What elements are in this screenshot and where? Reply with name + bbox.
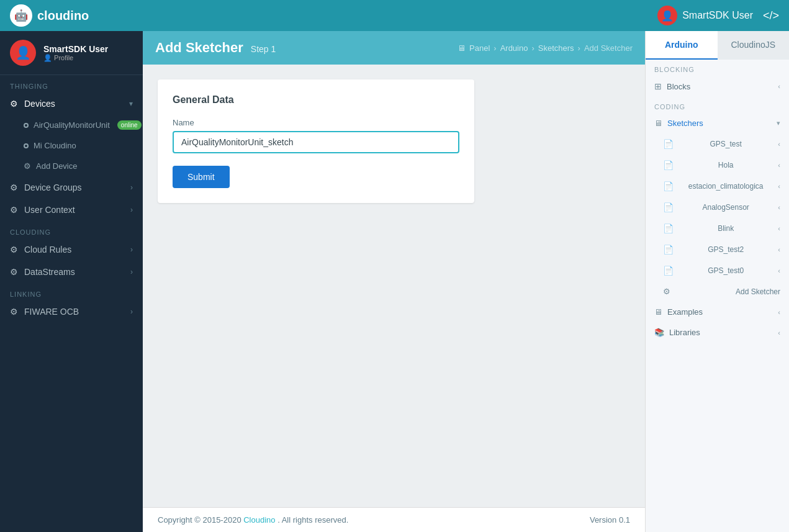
section-blocking: BLOCKING	[646, 60, 789, 76]
right-item-examples[interactable]: 🖥 Examples ‹	[646, 302, 789, 322]
air-quality-label: AirQualityMonitorUnit	[34, 120, 110, 130]
content-body: General Data Name Submit	[143, 65, 645, 507]
datastreams-chevron: ›	[130, 268, 133, 276]
add-device-label: Add Device	[36, 161, 77, 171]
name-input[interactable]	[173, 131, 459, 153]
breadcrumb-panel[interactable]: Panel	[469, 43, 490, 53]
code-icon[interactable]: </>	[763, 9, 779, 22]
right-subitem-blink[interactable]: 📄 Blink ‹	[646, 218, 789, 239]
app-logo[interactable]: 🤖 cloudino	[10, 4, 89, 27]
right-subitem-estacion[interactable]: 📄 estacion_climatologica ‹	[646, 176, 789, 197]
user-context-chevron: ›	[130, 205, 133, 214]
section-coding: CODING	[646, 97, 789, 113]
libraries-chevron: ‹	[778, 329, 780, 336]
submit-button[interactable]: Submit	[173, 166, 230, 188]
breadcrumb-current: Add Sketcher	[584, 43, 633, 53]
hola-chevron: ‹	[778, 161, 780, 169]
breadcrumb: 🖥 Panel › Arduino › Sketchers › Add Sket…	[458, 43, 633, 53]
content-area: Add Sketcher Step 1 🖥 Panel › Arduino › …	[143, 31, 645, 532]
top-right-controls: 👤 SmartSDK User </>	[657, 6, 779, 25]
tab-cloudinojs[interactable]: CloudinoJS	[718, 31, 790, 60]
left-sidebar: 👤 SmartSDK User Profile THINGING ⚙ Devic…	[0, 31, 143, 532]
blocks-icon: ⊞	[654, 81, 662, 91]
right-sidebar-tabs: Arduino CloudinoJS	[646, 31, 789, 60]
hola-label: Hola	[718, 161, 734, 169]
user-context-label: User Context	[24, 205, 75, 215]
datastreams-label: DataStreams	[24, 267, 75, 277]
sidebar-item-fiware-ocb[interactable]: ⚙ FIWARE OCB ›	[0, 300, 143, 323]
section-clouding: CLOUDING	[0, 221, 143, 238]
right-subitem-gps-test2[interactable]: 📄 GPS_test2 ‹	[646, 239, 789, 260]
app-name: cloudino	[37, 9, 89, 23]
user-badge[interactable]: 👤 SmartSDK User	[657, 6, 753, 25]
sidebar-user-name: SmartSDK User	[43, 44, 108, 54]
examples-label: Examples	[667, 307, 703, 317]
footer-brand-link[interactable]: Cloudino	[243, 515, 275, 525]
sidebar-item-air-quality[interactable]: AirQualityMonitorUnit online	[0, 115, 143, 135]
doc-icon: 📄	[663, 223, 674, 233]
right-item-sketchers[interactable]: 🖥 Sketchers ▾	[646, 113, 789, 133]
right-item-libraries[interactable]: 📚 Libraries ‹	[646, 322, 789, 343]
sidebar-item-user-context[interactable]: ⚙ User Context ›	[0, 199, 143, 221]
right-subitem-hola[interactable]: 📄 Hola ‹	[646, 155, 789, 176]
gps-test-label: GPS_test	[710, 140, 741, 148]
footer-version: Version 0.1	[590, 515, 630, 525]
right-subitem-gps-test[interactable]: 📄 GPS_test ‹	[646, 133, 789, 155]
step-badge: Step 1	[251, 44, 276, 54]
gear-icon: ⚙	[24, 161, 31, 171]
footer: Copyright © 2015-2020 Cloudino . All rig…	[143, 507, 645, 532]
top-navbar: 🤖 cloudino 👤 SmartSDK User </>	[0, 0, 789, 31]
doc-icon: 📄	[663, 245, 674, 255]
breadcrumb-panel-icon: 🖥	[458, 43, 466, 53]
sidebar-item-cloud-rules[interactable]: ⚙ Cloud Rules ›	[0, 238, 143, 261]
version-number: 0.1	[619, 515, 630, 525]
main-layout: 👤 SmartSDK User Profile THINGING ⚙ Devic…	[0, 31, 789, 532]
examples-chevron: ‹	[778, 309, 780, 316]
footer-rights: . All rights reserved.	[277, 515, 348, 525]
page-title: Add Sketcher	[155, 40, 243, 56]
libraries-label: Libraries	[669, 328, 700, 337]
form-card: General Data Name Submit	[158, 79, 474, 203]
gps-test-chevron: ‹	[778, 140, 780, 148]
right-sidebar-content: BLOCKING ⊞ Blocks ‹ CODING 🖥 Sketchers ▾…	[646, 60, 789, 532]
add-sketcher-sub-label: Add Sketcher	[736, 287, 780, 296]
sidebar-item-datastreams[interactable]: ⚙ DataStreams ›	[0, 261, 143, 283]
sidebar-item-device-groups[interactable]: ⚙ Device Groups ›	[0, 176, 143, 199]
top-user-name: SmartSDK User	[682, 10, 753, 21]
cloud-rules-chevron: ›	[130, 245, 133, 254]
sidebar-user-section: 👤 SmartSDK User Profile	[0, 31, 143, 75]
right-subitem-analog-sensor[interactable]: 📄 AnalogSensor ‹	[646, 197, 789, 218]
sidebar-item-add-device[interactable]: ⚙ Add Device	[0, 156, 143, 176]
user-avatar-icon: 👤	[657, 6, 677, 25]
section-thinging: THINGING	[0, 75, 143, 92]
sketchers-chevron: ▾	[777, 119, 780, 127]
tab-arduino[interactable]: Arduino	[646, 31, 718, 60]
doc-icon: 📄	[663, 160, 674, 170]
breadcrumb-arduino[interactable]: Arduino	[500, 43, 528, 53]
page-title-group: Add Sketcher Step 1	[155, 40, 276, 56]
blocks-label: Blocks	[667, 82, 690, 91]
sidebar-profile-link[interactable]: Profile	[43, 54, 108, 62]
analog-sensor-chevron: ‹	[778, 204, 780, 211]
gps-test2-label: GPS_test2	[708, 245, 744, 254]
sidebar-item-devices[interactable]: ⚙ Devices ▾	[0, 92, 143, 115]
name-label: Name	[173, 118, 459, 127]
right-item-blocks[interactable]: ⊞ Blocks ‹	[646, 76, 789, 97]
right-subitem-gps-test0[interactable]: 📄 GPS_test0 ‹	[646, 260, 789, 281]
section-linking: LINKING	[0, 283, 143, 300]
libraries-icon: 📚	[654, 328, 664, 337]
fiware-label: FIWARE OCB	[24, 307, 79, 317]
right-subitem-add-sketcher[interactable]: ⚙ Add Sketcher	[646, 281, 789, 302]
device-groups-label: Device Groups	[24, 183, 82, 192]
circle-dot-icon	[24, 123, 29, 128]
doc-icon: 📄	[663, 181, 674, 191]
cloud-rules-icon: ⚙	[10, 245, 18, 255]
breadcrumb-sketchers[interactable]: Sketchers	[538, 43, 574, 53]
right-sidebar: Arduino CloudinoJS BLOCKING ⊞ Blocks ‹ C…	[645, 31, 789, 532]
devices-chevron: ▾	[129, 99, 133, 108]
fiware-chevron: ›	[130, 307, 133, 316]
doc-icon: 📄	[663, 139, 674, 149]
sidebar-item-mi-cloudino[interactable]: Mi Cloudino	[0, 135, 143, 156]
logo-icon: 🤖	[10, 4, 32, 27]
sidebar-user-info: SmartSDK User Profile	[43, 44, 108, 62]
